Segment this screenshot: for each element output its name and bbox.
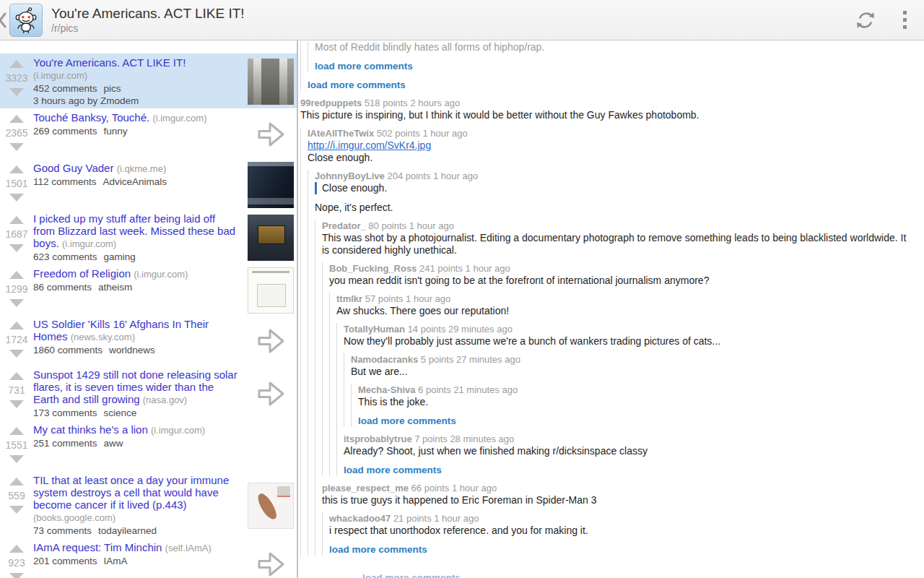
upvote-arrow-icon[interactable]	[9, 427, 24, 435]
post-meta: 1860 commentsworldnews	[33, 344, 239, 356]
post-list-item[interactable]: 1687 I picked up my stuff after being la…	[0, 210, 297, 264]
comment[interactable]: Mecha-Shiva 6 points 21 minutes ago This…	[358, 384, 914, 408]
comment[interactable]: please_respect_me 66 points 1 hour ago t…	[322, 482, 914, 556]
comment[interactable]: IAteAllTheTwix 502 points 1 hour ago htt…	[308, 127, 914, 556]
comment-header: whackadoo47 21 points 1 hour ago	[329, 512, 914, 525]
comment-header: IAteAllTheTwix 502 points 1 hour ago	[308, 127, 914, 139]
post-list-item[interactable]: 1724 US Soldier 'Kills 16' Afghans In Th…	[0, 315, 297, 366]
comment[interactable]: ttmlkr 57 points 1 hour ago Aw shucks. T…	[336, 293, 914, 476]
post-comment-count: 86 comments	[33, 282, 92, 293]
post-thumbnail[interactable]	[245, 212, 297, 263]
post-list-item[interactable]: 1299 Freedom of Religion (i.imgur.com) 8…	[0, 264, 297, 315]
post-subreddit: science	[104, 407, 137, 418]
upvote-arrow-icon[interactable]	[9, 271, 24, 279]
post-subreddit: IAmA	[104, 556, 128, 566]
comment[interactable]: Predator_ 80 points 1 hour ago This was …	[322, 220, 914, 476]
post-thumbnail[interactable]	[245, 474, 297, 537]
post-score: 923	[8, 557, 25, 569]
downvote-arrow-icon[interactable]	[9, 400, 24, 408]
comment-meta: 5 points 27 minutes ago	[421, 354, 520, 365]
comment-author: Mecha-Shiva	[358, 384, 415, 395]
comment-link[interactable]: http://i.imgur.com/SvKr4.jpg	[308, 139, 914, 152]
post-text-block: IAmA request: Tim Minchin (self.IAmA) 20…	[33, 541, 245, 578]
comment-body: This is the joke.	[358, 396, 914, 408]
vote-column: 1299	[0, 267, 33, 314]
post-thumbnail[interactable]	[245, 423, 297, 470]
downvote-arrow-icon[interactable]	[9, 455, 24, 463]
post-list-item[interactable]: 3323 You're Americans. ACT LIKE IT! (i.i…	[0, 53, 297, 108]
post-score: 559	[8, 490, 25, 501]
comment-thread-pane[interactable]: Most of Reddit blindly hates all forms o…	[298, 40, 924, 578]
comment[interactable]: Namodacranks 5 points 27 minutes ago But…	[351, 353, 914, 427]
overflow-menu-button[interactable]	[899, 8, 911, 32]
downvote-arrow-icon[interactable]	[9, 88, 24, 96]
post-thumbnail[interactable]	[245, 56, 297, 107]
post-list-item[interactable]: 1551 My cat thinks he's a lion (i.imgur.…	[0, 420, 297, 471]
upvote-arrow-icon[interactable]	[9, 115, 24, 123]
post-list-item[interactable]: 923 IAmA request: Tim Minchin (self.IAmA…	[0, 538, 297, 578]
comment-meta: 204 points 1 hour ago	[387, 171, 478, 181]
upvote-arrow-icon[interactable]	[9, 60, 24, 68]
comment-paragraph: This was shot by a photojournalist. Edit…	[322, 232, 914, 256]
comment[interactable]: whackadoo47 21 points 1 hour ago i respe…	[329, 512, 914, 537]
comment[interactable]: Bob_Fucking_Ross 241 points 1 hour ago y…	[329, 262, 914, 476]
comment[interactable]: itsprobablytrue 7 points 28 minutes ago …	[344, 433, 914, 457]
refresh-button[interactable]	[854, 9, 877, 32]
upvote-arrow-icon[interactable]	[9, 165, 24, 173]
thumbnail-image	[248, 423, 294, 470]
comment-body: This picture is inspiring, but I think i…	[300, 109, 914, 121]
post-thumbnail[interactable]	[245, 368, 297, 419]
downvote-arrow-icon[interactable]	[9, 573, 24, 578]
downvote-arrow-icon[interactable]	[9, 143, 24, 151]
load-more-comments-link[interactable]: load more comments	[308, 79, 914, 91]
post-text-block: Good Guy Vader (i.qkme.me) 112 commentsA…	[33, 162, 245, 208]
load-more-comments-link[interactable]: load more comments	[315, 60, 914, 72]
comment-body: Nope, it's perfect.	[315, 202, 914, 214]
comment[interactable]: TotallyHuman 14 points 29 minutes ago No…	[344, 323, 914, 427]
load-more-comments-link[interactable]: load more comments	[329, 543, 914, 556]
vote-column: 559	[0, 474, 33, 537]
post-score: 731	[8, 384, 25, 396]
comment-replies: whackadoo47 21 points 1 hour ago i respe…	[322, 512, 914, 556]
vote-column: 1687	[0, 212, 33, 263]
post-list-pane[interactable]: 3323 You're Americans. ACT LIKE IT! (i.i…	[0, 40, 298, 578]
post-list-item[interactable]: 731 Sunspot 1429 still not done releasin…	[0, 366, 297, 420]
downvote-arrow-icon[interactable]	[9, 350, 24, 358]
downvote-arrow-icon[interactable]	[9, 506, 24, 514]
post-meta: 452 commentspics	[33, 82, 239, 95]
comment[interactable]: JohnnyBoyLive 204 points 1 hour ago Clos…	[315, 170, 914, 556]
post-thumbnail[interactable]	[245, 541, 297, 578]
comment-meta: 57 points 1 hour ago	[365, 293, 451, 304]
comment-author: Bob_Fucking_Ross	[329, 263, 417, 274]
post-thumbnail[interactable]	[245, 111, 297, 158]
comment-author: TotallyHuman	[344, 324, 405, 335]
downvote-arrow-icon[interactable]	[9, 299, 24, 307]
reddit-app-icon[interactable]	[9, 4, 43, 37]
post-thumbnail[interactable]	[245, 267, 297, 314]
load-more-comments-link[interactable]: load more comments	[358, 415, 914, 427]
upvote-arrow-icon[interactable]	[9, 372, 24, 380]
load-more-comments-link[interactable]: load more comments	[344, 464, 914, 476]
upvote-arrow-icon[interactable]	[9, 545, 24, 553]
comment-body: Close enough.	[308, 152, 914, 164]
downvote-arrow-icon[interactable]	[9, 194, 24, 202]
comment-meta: 518 points 2 hours ago	[365, 98, 460, 108]
post-list-item[interactable]: 559 TIL that at least once a day your im…	[0, 471, 297, 538]
comment-author: 99redpuppets	[300, 98, 362, 108]
post-title: IAmA request: Tim Minchin (self.IAmA)	[33, 541, 239, 554]
back-button[interactable]	[0, 0, 8, 40]
post-thumbnail[interactable]	[245, 318, 297, 364]
upvote-arrow-icon[interactable]	[9, 216, 24, 224]
upvote-arrow-icon[interactable]	[9, 322, 24, 329]
load-more-comments-link[interactable]: load more comments	[362, 571, 914, 578]
comment[interactable]: 99redpuppets 518 points 2 hours ago This…	[300, 97, 914, 556]
upvote-arrow-icon[interactable]	[9, 478, 24, 486]
post-thumbnail[interactable]	[245, 162, 297, 208]
comment-paragraph: But we are...	[351, 366, 914, 378]
post-list-item[interactable]: 2365 Touché Banksy, Touché. (i.imgur.com…	[0, 108, 297, 159]
post-score: 1299	[5, 283, 27, 295]
post-comment-count: 201 comments	[33, 556, 97, 566]
post-list-item[interactable]: 1501 Good Guy Vader (i.qkme.me) 112 comm…	[0, 159, 297, 210]
link-arrow-icon	[254, 118, 287, 151]
downvote-arrow-icon[interactable]	[9, 244, 24, 252]
